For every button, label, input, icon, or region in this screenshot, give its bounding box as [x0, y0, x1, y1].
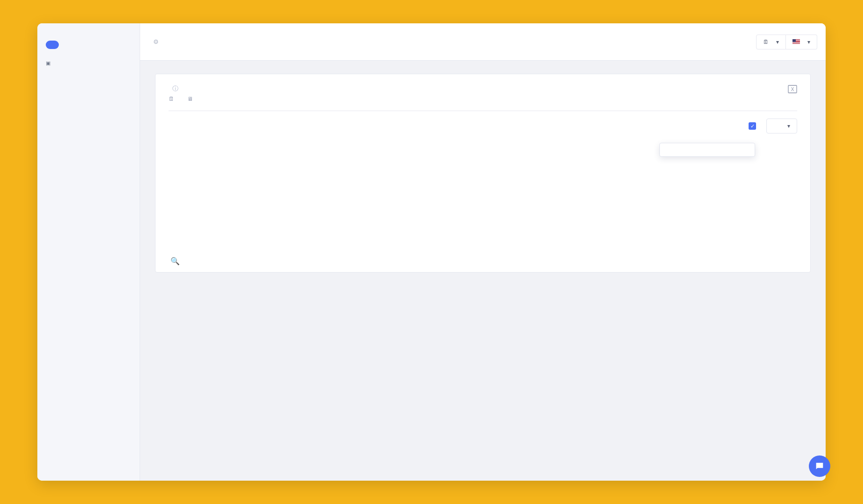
trends-panel: ⓘ 🗓 🖥 X [155, 74, 811, 273]
benchmark-checkbox[interactable]: ✓ [749, 122, 760, 130]
svg-text:X: X [791, 87, 794, 92]
traffic-source-select[interactable]: ▾ [766, 119, 797, 133]
table-search-input[interactable] [184, 258, 325, 265]
table-search-row: 🔍 [169, 250, 797, 272]
chevron-down-icon: ▾ [807, 39, 810, 45]
chevron-down-icon: ▾ [787, 123, 790, 129]
info-icon[interactable]: ⓘ [172, 84, 178, 93]
legend-row: ✓ ▾ [169, 111, 797, 135]
gear-icon[interactable]: ⚙ [153, 38, 159, 45]
top-bar: ⚙ 🗓 ▾ ▾ [140, 23, 826, 61]
app-shell: ▣ ⚙ 🗓 ▾ ▾ [37, 23, 826, 481]
topbar-controls: 🗓 ▾ ▾ [756, 35, 817, 49]
calendar-icon: 🗓 [763, 39, 769, 45]
create-group-button[interactable] [46, 41, 59, 49]
flag-us-icon [792, 39, 800, 44]
sidebar: ▣ [37, 23, 140, 481]
grid-icon: ▣ [46, 60, 50, 66]
breadcrumb: ⚙ [149, 38, 159, 45]
group-list [37, 70, 140, 74]
sidebar-title [37, 32, 140, 38]
help-chat-button[interactable] [809, 455, 830, 477]
monitor-icon: 🖥 [187, 96, 193, 102]
calendar-icon: 🗓 [169, 96, 174, 102]
search-icon: 🔍 [170, 257, 180, 266]
chevron-down-icon: ▾ [776, 39, 779, 45]
all-my-groups-link[interactable]: ▣ [37, 56, 140, 70]
country-selector[interactable]: ▾ [786, 35, 817, 49]
chart [169, 138, 797, 250]
check-icon: ✓ [749, 122, 756, 130]
date-range-picker[interactable]: 🗓 ▾ [756, 35, 786, 49]
main: ⚙ 🗓 ▾ ▾ [140, 23, 826, 481]
chart-tooltip [659, 143, 755, 157]
export-excel-icon[interactable]: X [788, 84, 797, 96]
content-area: ⓘ 🗓 🖥 X [140, 61, 826, 481]
panel-header: ⓘ 🗓 🖥 X [169, 84, 797, 102]
